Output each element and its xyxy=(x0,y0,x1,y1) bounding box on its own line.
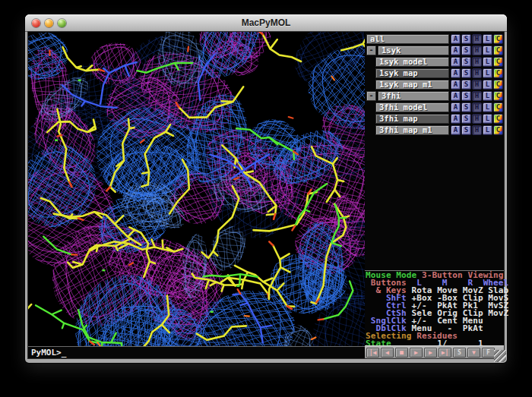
playback-stop-button[interactable]: ■ xyxy=(395,348,408,358)
action-button-H[interactable]: H xyxy=(472,46,482,55)
window-titlebar[interactable]: MacPyMOL xyxy=(25,14,507,32)
playback-frame-menu-button[interactable]: ▼ xyxy=(467,348,480,358)
action-button-S[interactable]: S xyxy=(461,80,471,90)
action-button-S[interactable]: S xyxy=(461,57,471,67)
command-cursor: _ xyxy=(62,348,67,358)
action-button-S[interactable]: S xyxy=(461,114,471,124)
object-label[interactable]: 3fhi_map_m1 xyxy=(375,125,449,135)
action-button-L[interactable]: L xyxy=(483,57,492,67)
object-label[interactable]: 1syk_map_m1 xyxy=(375,80,449,90)
action-button-C[interactable]: C xyxy=(493,91,503,101)
macpymol-window: MacPyMOL PyMOL>_ allASHLC-1sykASHLC1syk_… xyxy=(25,14,507,363)
playback-step-forward-button[interactable]: ▶ xyxy=(424,348,437,358)
action-button-L[interactable]: L xyxy=(483,91,492,101)
action-button-H[interactable]: H xyxy=(472,57,482,67)
main-content: PyMOL>_ allASHLC-1sykASHLC1syk_modelASHL… xyxy=(28,32,504,358)
screen-background: MacPyMOL PyMOL>_ allASHLC-1sykASHLC1syk_… xyxy=(0,0,532,397)
object-row-3fhi_model: 3fhi_modelASHLC xyxy=(365,102,504,112)
action-button-L[interactable]: L xyxy=(483,80,492,90)
action-button-C[interactable]: C xyxy=(493,114,503,124)
action-button-C[interactable]: C xyxy=(493,57,503,67)
object-label[interactable]: 3fhi_map xyxy=(375,114,449,124)
action-button-H[interactable]: H xyxy=(472,114,482,124)
action-button-H[interactable]: H xyxy=(472,34,482,44)
object-label[interactable]: 3fhi_model xyxy=(375,102,449,112)
action-button-C[interactable]: C xyxy=(493,125,503,135)
action-button-S[interactable]: S xyxy=(461,125,471,135)
object-row-3fhi_map_m1: 3fhi_map_m1ASHLC xyxy=(365,125,504,135)
action-button-A[interactable]: A xyxy=(451,80,461,90)
action-button-A[interactable]: A xyxy=(451,91,461,101)
playback-scene-loop-button[interactable]: S xyxy=(453,348,466,358)
action-button-A[interactable]: A xyxy=(451,114,461,124)
object-row-3fhi_map: 3fhi_mapASHLC xyxy=(365,114,504,124)
action-button-L[interactable]: L xyxy=(483,46,492,55)
action-button-S[interactable]: S xyxy=(461,102,471,112)
action-button-H[interactable]: H xyxy=(472,102,482,112)
action-button-A[interactable]: A xyxy=(451,57,461,67)
action-button-C[interactable]: C xyxy=(493,68,503,78)
action-button-C[interactable]: C xyxy=(493,80,503,90)
action-button-L[interactable]: L xyxy=(483,68,492,78)
action-button-A[interactable]: A xyxy=(451,102,461,112)
action-button-S[interactable]: S xyxy=(461,46,471,55)
playback-fullscreen-button[interactable]: F xyxy=(482,348,495,358)
mouse-mode-panel: Mouse Mode 3-Button Viewing Buttons L M … xyxy=(365,270,504,345)
action-button-A[interactable]: A xyxy=(451,34,461,44)
action-button-L[interactable]: L xyxy=(483,125,492,135)
object-label[interactable]: 1syk xyxy=(378,46,449,55)
object-label[interactable]: 3fhi xyxy=(378,91,449,101)
action-button-C[interactable]: C xyxy=(493,102,503,112)
command-prompt: PyMOL> xyxy=(31,348,62,358)
object-row-1syk_model: 1syk_modelASHLC xyxy=(365,57,504,67)
action-button-H[interactable]: H xyxy=(472,91,482,101)
object-label[interactable]: 1syk_map xyxy=(375,68,449,78)
action-button-H[interactable]: H xyxy=(472,68,482,78)
control-panel: allASHLC-1sykASHLC1syk_modelASHLC1syk_ma… xyxy=(365,32,504,358)
action-button-C[interactable]: C xyxy=(493,46,503,55)
playback-go-to-end-button[interactable]: ▶| xyxy=(439,348,451,358)
object-row-1syk_map: 1syk_mapASHLC xyxy=(365,68,504,78)
collapse-toggle-3fhi[interactable]: - xyxy=(366,91,376,101)
action-button-L[interactable]: L xyxy=(483,34,492,44)
playback-bar: |◀◀■▶▶▶|S▼F xyxy=(365,345,504,358)
window-title: MacPyMOL xyxy=(25,17,507,28)
playback-step-back-button[interactable]: ◀ xyxy=(381,348,394,358)
resize-grip[interactable] xyxy=(494,350,506,362)
object-row-1syk_map_m1: 1syk_map_m1ASHLC xyxy=(365,80,504,90)
action-button-L[interactable]: L xyxy=(483,102,492,112)
molecular-viewport[interactable] xyxy=(28,32,365,346)
action-button-S[interactable]: S xyxy=(461,34,471,44)
object-row-3fhi: -3fhiASHLC xyxy=(365,91,504,101)
command-line[interactable]: PyMOL>_ xyxy=(28,346,365,358)
action-button-S[interactable]: S xyxy=(461,68,471,78)
action-button-L[interactable]: L xyxy=(483,114,492,124)
collapse-toggle-1syk[interactable]: - xyxy=(366,46,376,55)
object-label[interactable]: all xyxy=(366,34,449,44)
action-button-A[interactable]: A xyxy=(451,68,461,78)
action-button-A[interactable]: A xyxy=(451,46,461,55)
action-button-A[interactable]: A xyxy=(451,125,461,135)
action-button-C[interactable]: C xyxy=(493,34,503,44)
object-label[interactable]: 1syk_model xyxy=(375,57,449,67)
action-button-S[interactable]: S xyxy=(461,91,471,101)
action-button-H[interactable]: H xyxy=(472,125,482,135)
action-button-H[interactable]: H xyxy=(472,80,482,90)
molecule-render-canvas[interactable] xyxy=(28,32,365,346)
object-row-all: allASHLC xyxy=(365,34,504,44)
playback-play-button[interactable]: ▶ xyxy=(410,348,423,358)
object-row-1syk: -1sykASHLC xyxy=(365,46,504,55)
playback-go-to-start-button[interactable]: |◀ xyxy=(366,348,379,358)
